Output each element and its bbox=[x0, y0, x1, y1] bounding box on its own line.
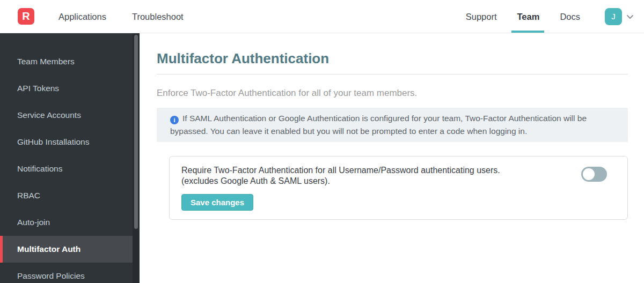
chevron-down-icon[interactable] bbox=[626, 11, 636, 22]
nav-item-applications[interactable]: Applications bbox=[58, 0, 106, 33]
nav-item-support[interactable]: Support bbox=[466, 0, 497, 33]
sidebar-item-team-members[interactable]: Team Members bbox=[0, 48, 140, 75]
main-content: Multifactor Authentication Enforce Two-F… bbox=[140, 33, 644, 283]
sidebar-item-password-policies[interactable]: Password Policies bbox=[0, 263, 140, 283]
sidebar-item-service-accounts[interactable]: Service Accounts bbox=[0, 102, 140, 129]
settings-sidebar: Team Members API Tokens Service Accounts… bbox=[0, 33, 140, 283]
page-shell: Team Members API Tokens Service Accounts… bbox=[0, 33, 644, 283]
requirement-line-2: (excludes Google Auth & SAML users). bbox=[181, 176, 551, 187]
sidebar-item-rbac[interactable]: RBAC bbox=[0, 182, 140, 209]
sidebar-item-github-installations[interactable]: GitHub Installations bbox=[0, 129, 140, 155]
two-factor-requirement-text: Require Two-Factor Authentication for al… bbox=[181, 165, 616, 187]
nav-item-team[interactable]: Team bbox=[517, 0, 540, 33]
info-icon: i bbox=[170, 116, 179, 124]
sidebar-scrollbar-track[interactable] bbox=[133, 33, 140, 283]
rollbar-logo-icon[interactable]: R bbox=[18, 8, 34, 25]
saml-info-note: iIf SAML Authentication or Google Authen… bbox=[157, 108, 628, 142]
sidebar-item-api-tokens[interactable]: API Tokens bbox=[0, 75, 140, 102]
sidebar-item-multifactor-auth[interactable]: Multifactor Auth bbox=[0, 236, 140, 263]
toggle-knob[interactable] bbox=[583, 168, 595, 180]
sidebar-item-auto-join[interactable]: Auto-join bbox=[0, 209, 140, 236]
secondary-nav: Support Team Docs J bbox=[466, 0, 636, 33]
save-changes-button[interactable]: Save changes bbox=[181, 194, 253, 211]
info-note-text: If SAML Authentication or Google Authent… bbox=[170, 114, 587, 136]
require-two-factor-toggle[interactable] bbox=[581, 167, 607, 182]
nav-item-docs[interactable]: Docs bbox=[560, 0, 580, 33]
sidebar-item-notifications[interactable]: Notifications bbox=[0, 155, 140, 182]
primary-nav: Applications Troubleshoot bbox=[58, 0, 184, 33]
page-description: Enforce Two-Factor Authentication for al… bbox=[157, 88, 628, 99]
requirement-line-1: Require Two-Factor Authentication for al… bbox=[181, 165, 551, 176]
user-menu[interactable]: J bbox=[605, 8, 636, 25]
sidebar-scrollbar-thumb[interactable] bbox=[134, 35, 138, 229]
avatar[interactable]: J bbox=[605, 8, 622, 25]
page-title: Multifactor Authentication bbox=[157, 50, 628, 66]
two-factor-setting-card: Require Two-Factor Authentication for al… bbox=[169, 156, 628, 220]
nav-item-troubleshoot[interactable]: Troubleshoot bbox=[132, 0, 184, 33]
title-divider bbox=[157, 74, 628, 75]
top-navigation-bar: R Applications Troubleshoot Support Team… bbox=[0, 0, 644, 33]
